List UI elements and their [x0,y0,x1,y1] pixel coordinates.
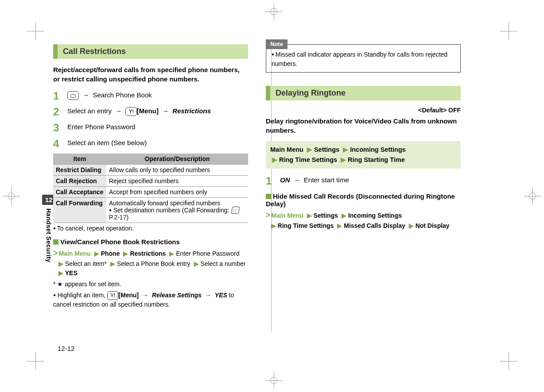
crop-bl [27,352,44,370]
star-note: * ★ appears for set item. [53,280,248,289]
nav-item: Select a number [201,260,246,267]
nav-item: Not Display [416,222,450,229]
crop-right-center [524,187,541,205]
menu-label: [Menu] [137,107,159,115]
step-text: Select an entry [67,107,112,115]
subsection-view-cancel: View/Cancel Phone Book Restrictions [53,238,248,246]
arrow-icon: → [81,91,91,99]
crop-br [500,352,517,370]
right-column: Note Missed call indicator appears in St… [266,44,461,309]
step-1-ringtone: 1 ON → Enter start time [266,175,461,186]
directional-key-icon [67,91,79,100]
crop-tl [27,22,44,40]
subsection-heading: View/Cancel Phone Book Restrictions [60,238,180,246]
step-3: 3 Enter Phone Password [53,122,248,133]
step-text: Enter Phone Password [67,122,248,132]
note-box: Note Missed call indicator appears in St… [266,44,461,73]
nav-main-menu: Main Menu [59,250,91,257]
default-value-tag: <Default> OFF [266,107,461,114]
chapter-title: Handset Security [45,208,52,262]
step-number: 2 [53,106,61,117]
star-note-text: ★ appears for set item. [57,281,121,288]
nav-start-icon: > [53,249,59,257]
nav-item: Select an item* [65,260,107,267]
table-cell-desc: Allow calls only to specified numbers [106,165,248,176]
chevron-icon: ▶ [335,222,344,229]
square-bullet-icon [53,239,58,245]
crop-bottom-center [265,372,283,389]
page-ref-text: P.2-17) [109,214,128,221]
note-text: Highlight an item, [58,292,105,299]
chevron-icon: ▶ [269,222,278,229]
nav-item: Missed Calls Display [344,222,405,229]
chevron-icon: ▶ [167,250,176,257]
chevron-icon: ▶ [93,250,101,257]
square-bullet-icon [266,194,271,199]
nav-start-icon: > [266,211,272,219]
highlight-note: ● Highlight an item, Y![Menu] → Release … [53,291,248,309]
arrow-icon: → [140,292,150,299]
arrow-icon: → [292,176,302,184]
table-cell-item: Call Forwarding [53,198,106,223]
section-title-call-restrictions: Call Restrictions [53,44,248,59]
nav-item: Incoming Settings [348,212,402,219]
table-header-row: Item Operation/Description [53,154,248,165]
nav-item: YES [65,269,78,277]
y-key-icon: Y! [107,291,118,300]
nav-item: Incoming Settings [350,146,406,153]
step-text-italic: Restrictions [172,107,211,115]
nav-main-menu: Main Menu [272,212,303,219]
table-header-desc: Operation/Description [106,154,248,165]
step-text: Enter start time [304,176,349,184]
nav-item: Phone [101,250,120,257]
chevron-icon: ▶ [121,250,130,257]
chevron-icon: ▶ [270,156,279,163]
chevron-icon: ▶ [340,212,348,219]
subsection-heading: Hide Missed Call Records (Disconnected d… [266,192,455,208]
nav-path-view-cancel: >Main Menu ▶Phone ▶Restrictions ▶Enter P… [53,247,248,278]
step-text: Search Phone Book [93,91,152,99]
nav-item: Select a Phone Book entry [117,260,190,267]
page-number: 12-12 [58,345,74,352]
step-2: 2 Select an entry → Y![Menu] → Restricti… [53,106,248,117]
table-header-item: Item [53,154,106,165]
note-text-italic: Release Settings [152,292,202,299]
arrow-icon: → [160,107,171,115]
table-cell-extra: Set destination numbers (Call Forwarding… [113,207,229,214]
nav-item: Ring Starting Time [348,156,405,163]
nav-item: Settings [314,212,338,219]
note-label: Note [266,39,288,49]
chevron-icon: ▶ [57,260,65,267]
bullet-icon: ● [109,208,112,212]
arrow-icon: → [113,107,124,115]
step-number: 1 [53,90,61,101]
arrow-icon: → [203,292,213,299]
chevron-icon: ▶ [57,269,65,277]
crop-top-center [265,3,283,20]
bullet-icon: ● [53,292,56,297]
chevron-icon: ▶ [339,156,348,163]
menu-path-box: Main Menu ▶Settings ▶Incoming Settings ▶… [266,141,461,169]
table-row: Restrict Dialing Allow calls only to spe… [53,165,248,176]
y-key-icon: Y! [125,107,136,116]
table-row: Call Forwarding Automatically forward sp… [53,198,248,223]
table-row: Call Acceptance Accept from specified nu… [53,187,248,198]
left-column: Call Restrictions Reject/accept/forward … [53,44,248,309]
table-cell-item: Call Rejection [53,176,106,187]
step-1: 1 → Search Phone Book [53,90,248,101]
note-text-italic: YES [215,292,227,299]
subsection-hide-missed: Hide Missed Call Records (Disconnected d… [266,192,461,208]
cancel-note: To cancel, repeat operation. [53,225,248,232]
step-4: 4 Select an item (See below) [53,138,248,149]
table-cell-item: Restrict Dialing [53,165,106,176]
table-cell-desc: Automatically forward specified numbers … [106,198,248,223]
restrictions-table: Item Operation/Description Restrict Dial… [53,154,248,223]
table-row: Call Rejection Reject specified numbers [53,176,248,187]
crop-tr [500,22,517,40]
table-cell-desc: Accept from specified numbers only [106,187,248,198]
section-title-delaying-ringtone: Delaying Ringtone [266,86,461,100]
table-cell-text: Automatically forward specified numbers [109,200,220,207]
chevron-icon: ▶ [305,146,314,153]
step-number: 4 [53,138,61,149]
step-text: Select an item (See below) [67,138,248,148]
